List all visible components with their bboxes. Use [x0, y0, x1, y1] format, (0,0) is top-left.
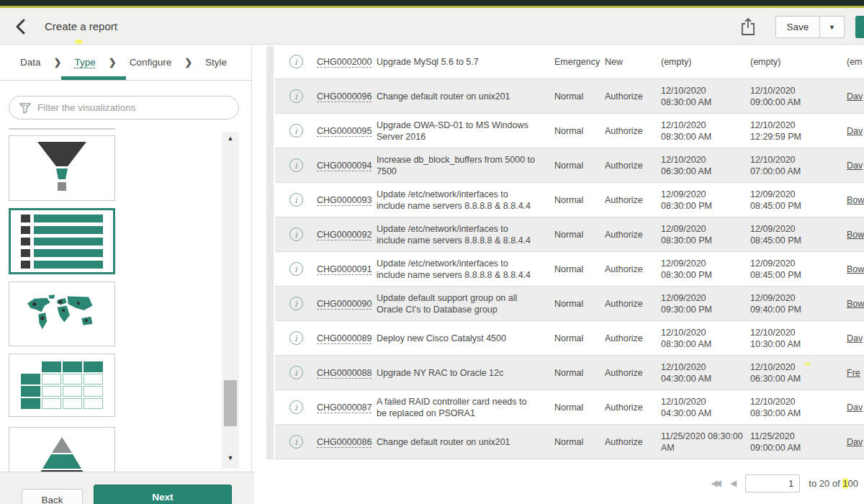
filter-input[interactable] — [37, 102, 238, 113]
assigned-to-link: (em — [847, 57, 863, 67]
change-number-link[interactable]: CHG0000089 — [317, 333, 372, 344]
info-icon[interactable]: i — [289, 193, 303, 207]
assigned-to-link[interactable]: Bow — [847, 195, 864, 205]
change-number-link[interactable]: CHG0000091 — [317, 264, 372, 275]
info-icon[interactable]: i — [289, 158, 303, 172]
info-icon[interactable]: i — [289, 366, 303, 379]
info-icon[interactable]: i — [289, 297, 303, 310]
step-type[interactable]: Type — [74, 57, 95, 68]
visualization-filter — [9, 96, 239, 120]
short-description-cell: Change default router on unix201 — [377, 91, 549, 102]
table-row[interactable]: i CHG0000093 Update /etc/network/interfa… — [275, 183, 864, 217]
step-style[interactable]: Style — [205, 57, 227, 68]
change-number-link[interactable]: CHG0000093 — [317, 195, 372, 206]
assigned-to-link[interactable]: Bow — [847, 299, 864, 309]
info-icon[interactable]: i — [289, 55, 303, 68]
row-number-cell: CHG0000090 — [317, 298, 377, 310]
change-number-link[interactable]: CHG0000088 — [317, 368, 372, 379]
change-number-link[interactable]: CHG0000092 — [317, 230, 372, 240]
viz-type-pivot[interactable] — [9, 354, 115, 417]
table-row[interactable]: i CHG0000087 A failed RAID controller ca… — [275, 390, 864, 425]
previous-page-icon[interactable]: ◀ — [730, 478, 737, 488]
table-row[interactable]: i CHG0002000 Upgrade MySql 5.6 to 5.7 Em… — [275, 45, 864, 79]
table-row[interactable]: i CHG0000086 Change default router on un… — [275, 425, 864, 459]
table-row[interactable]: i CHG0000091 Update /etc/network/interfa… — [275, 252, 864, 287]
assigned-to-link[interactable]: Dav — [847, 91, 863, 102]
chevron-down-icon: ▼ — [829, 24, 835, 31]
save-dropdown-button[interactable]: ▼ — [820, 16, 845, 38]
info-icon[interactable]: i — [289, 228, 303, 241]
table-row[interactable]: i CHG0000094 Increase db_block_buffers f… — [275, 148, 864, 183]
report-type-panel: Data ❯ Type ❯ Configure ❯ Style — [0, 45, 252, 472]
edge-action-button[interactable] — [855, 16, 864, 38]
planned-start-date-cell: 12/10/2020 04:30:00 AM — [661, 396, 750, 419]
viz-type-pyramid[interactable] — [9, 427, 115, 472]
step-configure[interactable]: Configure — [130, 57, 172, 68]
share-icon[interactable] — [739, 17, 757, 37]
next-button[interactable]: Next — [94, 485, 232, 504]
info-icon[interactable]: i — [289, 400, 303, 414]
row-info-cell: i — [275, 366, 317, 379]
assigned-to-link[interactable]: Bow — [847, 230, 864, 240]
chevron-right-icon: ❯ — [54, 57, 62, 68]
viz-type-map[interactable] — [9, 282, 115, 346]
back-button[interactable]: Back — [22, 489, 83, 504]
planned-end-date-cell: 12/10/2020 08:30:00 AM — [750, 396, 838, 419]
change-number-link[interactable]: CHG0000096 — [317, 91, 372, 102]
table-row[interactable]: i CHG0000095 Upgrade OWA-SD-01 to MS Win… — [275, 114, 864, 148]
info-icon[interactable]: i — [289, 331, 303, 345]
info-icon[interactable]: i — [289, 262, 303, 276]
planned-end-date-cell: 12/09/2020 08:45:00 PM — [750, 189, 838, 212]
change-number-link[interactable]: CHG0000090 — [317, 299, 372, 310]
back-arrow-icon[interactable] — [12, 17, 32, 36]
table-row[interactable]: i CHG0000090 Update default support grou… — [275, 287, 864, 321]
state-cell: New — [605, 56, 661, 68]
short-description-cell: Upgrade OWA-SD-01 to MS Windows Server 2… — [377, 120, 549, 143]
planned-start-date-cell: 12/10/2020 08:30:00 AM — [661, 120, 750, 143]
short-description-cell: Increase db_block_buffers from 5000 to 7… — [377, 154, 549, 177]
change-number-link[interactable]: CHG0000087 — [317, 402, 372, 413]
planned-start-date-cell: 12/10/2020 08:30:00 AM — [661, 85, 750, 108]
table-pagination: ◀◀ ◀ to 20 of 100 — [691, 472, 858, 494]
assigned-to-cell: (em — [838, 56, 864, 68]
table-row[interactable]: i CHG0000096 Change default router on un… — [275, 79, 864, 114]
planned-end-date-cell: 12/09/2020 08:45:00 PM — [750, 258, 838, 281]
assigned-to-link[interactable]: Dav — [847, 402, 863, 413]
world-map-icon — [22, 292, 102, 336]
scroll-up-icon[interactable]: ▲ — [222, 132, 239, 145]
short-description-cell: Change default router on unix201 — [377, 436, 549, 448]
assigned-to-cell: Dav — [838, 125, 864, 137]
info-icon[interactable]: i — [289, 435, 303, 449]
assigned-to-link[interactable]: Fre — [847, 368, 860, 378]
scrollbar-thumb[interactable] — [224, 380, 237, 426]
viz-scrollbar[interactable]: ▲ ▼ — [222, 132, 239, 469]
scroll-down-icon[interactable]: ▼ — [222, 451, 239, 464]
step-data[interactable]: Data — [20, 57, 41, 68]
assigned-to-link[interactable]: Dav — [847, 161, 863, 171]
row-number-cell: CHG0000094 — [317, 160, 377, 171]
table-row[interactable]: i CHG0000092 Update /etc/network/interfa… — [275, 217, 864, 252]
first-page-icon[interactable]: ◀◀ — [711, 478, 721, 488]
priority-cell: Emergency — [549, 56, 605, 68]
table-row[interactable]: i CHG0000089 Deploy new Cisco Catalyst 4… — [275, 321, 864, 356]
info-icon[interactable]: i — [289, 124, 303, 138]
page-number-input[interactable] — [745, 474, 800, 492]
change-number-link[interactable]: CHG0000086 — [317, 437, 372, 448]
viz-type-funnel[interactable] — [9, 135, 115, 201]
assigned-to-cell: Bow — [838, 229, 864, 240]
info-icon[interactable]: i — [289, 89, 303, 103]
change-number-link[interactable]: CHG0000094 — [317, 161, 372, 171]
cursor-highlight-artifact — [804, 362, 811, 366]
assigned-to-link[interactable]: Dav — [847, 333, 863, 343]
save-button[interactable]: Save — [775, 16, 820, 38]
table-scrollbar-strip[interactable] — [266, 46, 274, 459]
planned-start-date-cell: 12/10/2020 04:30:00 AM — [661, 361, 750, 384]
assigned-to-link[interactable]: Bow — [847, 264, 864, 274]
funnel-chart-icon — [36, 142, 88, 195]
table-row[interactable]: i CHG0000088 Upgrade NY RAC to Oracle 12… — [275, 356, 864, 390]
viz-type-list[interactable] — [9, 208, 115, 274]
change-number-link[interactable]: CHG0002000 — [317, 57, 372, 68]
assigned-to-link[interactable]: Dav — [847, 437, 863, 447]
change-number-link[interactable]: CHG0000095 — [317, 126, 372, 137]
assigned-to-link[interactable]: Dav — [847, 126, 863, 136]
